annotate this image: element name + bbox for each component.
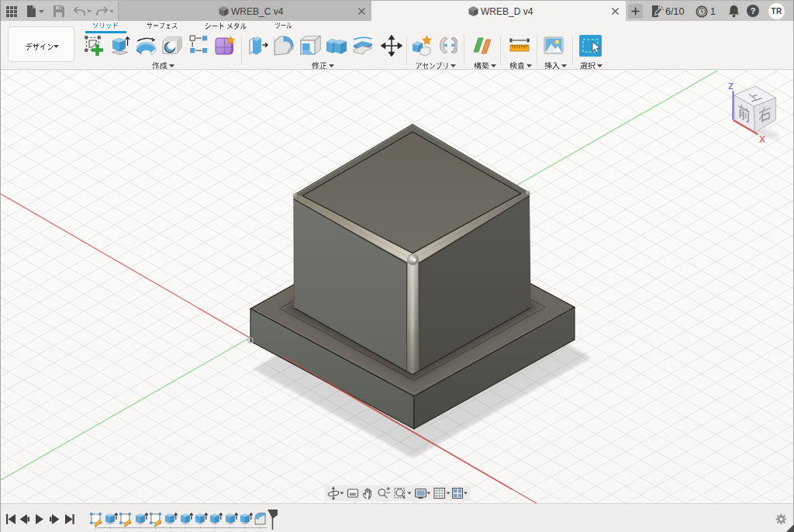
svg-text:X: X [759, 134, 765, 145]
svg-text:Z: Z [728, 81, 734, 91]
